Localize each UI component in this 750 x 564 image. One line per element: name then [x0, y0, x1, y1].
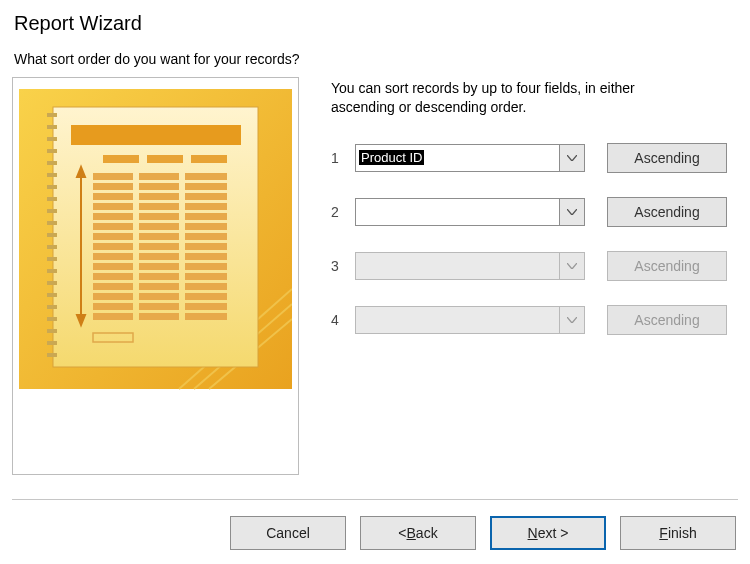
chevron-down-icon: [567, 155, 577, 161]
svg-rect-21: [47, 305, 57, 309]
svg-rect-12: [47, 197, 57, 201]
sort-row-number: 1: [331, 150, 355, 166]
svg-rect-29: [191, 155, 227, 163]
svg-rect-61: [139, 263, 179, 270]
sort-field-input-4: [355, 306, 559, 334]
instruction-text: You can sort records by up to four field…: [331, 77, 738, 117]
wizard-body: You can sort records by up to four field…: [0, 77, 750, 475]
sort-row-number: 2: [331, 204, 355, 220]
svg-rect-18: [47, 269, 57, 273]
svg-rect-27: [103, 155, 139, 163]
finish-button[interactable]: Finish: [620, 516, 736, 550]
dialog-title: Report Wizard: [0, 0, 750, 51]
svg-rect-7: [47, 137, 57, 141]
svg-rect-66: [93, 283, 133, 290]
svg-rect-68: [185, 283, 227, 290]
svg-rect-44: [185, 203, 227, 210]
svg-rect-33: [93, 173, 133, 180]
svg-rect-49: [139, 223, 179, 230]
svg-rect-67: [139, 283, 179, 290]
sort-row-1: 1 Product ID Ascending: [331, 143, 738, 173]
svg-rect-40: [139, 193, 179, 200]
sort-field-value-1: Product ID: [359, 150, 424, 165]
svg-rect-72: [93, 303, 133, 310]
svg-rect-74: [185, 303, 227, 310]
svg-rect-59: [185, 253, 227, 260]
svg-rect-43: [139, 203, 179, 210]
svg-rect-73: [139, 303, 179, 310]
svg-rect-62: [185, 263, 227, 270]
sort-order-button-3: Ascending: [607, 251, 727, 281]
svg-rect-48: [93, 223, 133, 230]
svg-rect-5: [47, 113, 57, 117]
svg-rect-13: [47, 209, 57, 213]
sort-order-button-1[interactable]: Ascending: [607, 143, 727, 173]
sort-field-combo-2[interactable]: [355, 198, 585, 226]
svg-rect-64: [139, 273, 179, 280]
svg-rect-20: [47, 293, 57, 297]
svg-rect-57: [93, 253, 133, 260]
svg-rect-24: [47, 341, 57, 345]
svg-rect-15: [47, 233, 57, 237]
svg-rect-53: [185, 233, 227, 240]
wizard-question: What sort order do you want for your rec…: [0, 51, 750, 77]
chevron-down-icon: [567, 263, 577, 269]
svg-rect-9: [47, 161, 57, 165]
next-button[interactable]: Next >: [490, 516, 606, 550]
sort-row-4: 4 Ascending: [331, 305, 738, 335]
svg-rect-17: [47, 257, 57, 261]
svg-rect-11: [47, 185, 57, 189]
sort-order-button-2[interactable]: Ascending: [607, 197, 727, 227]
svg-rect-52: [139, 233, 179, 240]
sort-field-dropdown-btn-1[interactable]: [559, 144, 585, 172]
sort-field-dropdown-btn-2[interactable]: [559, 198, 585, 226]
svg-rect-26: [71, 125, 241, 145]
svg-rect-39: [93, 193, 133, 200]
sort-config-panel: You can sort records by up to four field…: [299, 77, 738, 475]
footer-separator: [12, 499, 738, 500]
svg-rect-34: [139, 173, 179, 180]
svg-rect-42: [93, 203, 133, 210]
preview-pane: [12, 77, 299, 475]
svg-rect-50: [185, 223, 227, 230]
svg-rect-47: [185, 213, 227, 220]
svg-rect-10: [47, 173, 57, 177]
svg-rect-6: [47, 125, 57, 129]
chevron-down-icon: [567, 209, 577, 215]
report-preview-image: [19, 84, 292, 394]
svg-rect-69: [93, 293, 133, 300]
chevron-down-icon: [567, 317, 577, 323]
svg-rect-77: [185, 313, 227, 320]
svg-rect-38: [185, 183, 227, 190]
sort-field-combo-3: [355, 252, 585, 280]
svg-rect-22: [47, 317, 57, 321]
svg-rect-14: [47, 221, 57, 225]
instruction-line-2: ascending or descending order.: [331, 99, 526, 115]
cancel-button[interactable]: Cancel: [230, 516, 346, 550]
sort-row-2: 2 Ascending: [331, 197, 738, 227]
svg-rect-35: [185, 173, 227, 180]
wizard-footer: Cancel < Back Next > Finish: [230, 516, 736, 550]
sort-field-input-3: [355, 252, 559, 280]
svg-rect-63: [93, 273, 133, 280]
svg-rect-56: [185, 243, 227, 250]
svg-rect-54: [93, 243, 133, 250]
svg-rect-25: [47, 353, 57, 357]
svg-rect-46: [139, 213, 179, 220]
svg-rect-70: [139, 293, 179, 300]
back-button[interactable]: < Back: [360, 516, 476, 550]
sort-field-combo-4: [355, 306, 585, 334]
svg-rect-55: [139, 243, 179, 250]
sort-field-input-2[interactable]: [355, 198, 559, 226]
sort-row-number: 3: [331, 258, 355, 274]
sort-row-3: 3 Ascending: [331, 251, 738, 281]
sort-field-combo-1[interactable]: Product ID: [355, 144, 585, 172]
sort-field-dropdown-btn-3: [559, 252, 585, 280]
svg-rect-65: [185, 273, 227, 280]
svg-rect-41: [185, 193, 227, 200]
sort-order-button-4: Ascending: [607, 305, 727, 335]
instruction-line-1: You can sort records by up to four field…: [331, 80, 635, 96]
sort-field-input-1[interactable]: Product ID: [355, 144, 559, 172]
svg-rect-19: [47, 281, 57, 285]
svg-rect-75: [93, 313, 133, 320]
